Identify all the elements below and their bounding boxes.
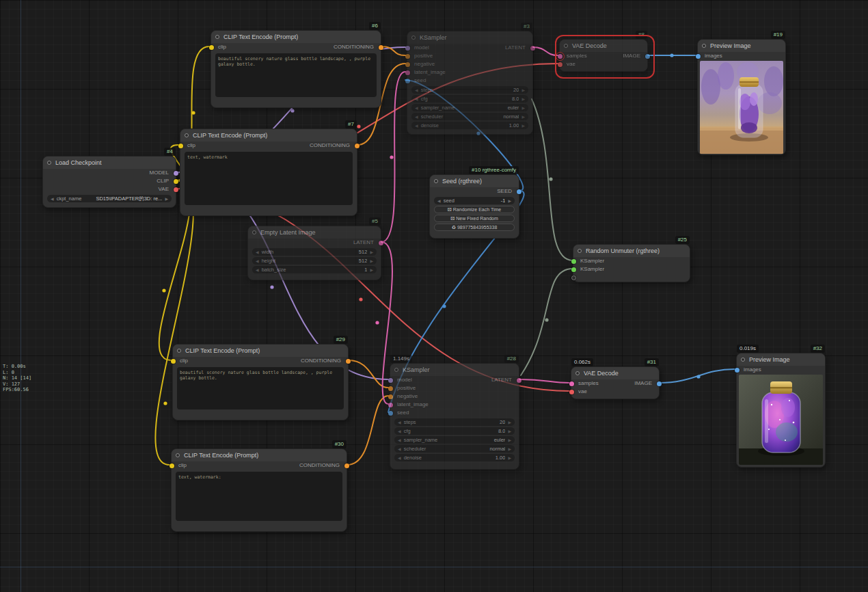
node-empty-latent-image[interactable]: #5 Empty Latent Image LATENT ◀ width 512…	[247, 226, 381, 280]
scheduler-widget[interactable]: ◀ scheduler normal ▶	[394, 445, 515, 453]
vae-output-port[interactable]	[174, 187, 178, 192]
clip-input-port[interactable]	[169, 463, 174, 468]
height-widget[interactable]: ◀ height 512 ▶	[252, 257, 377, 265]
positive-input-port[interactable]	[405, 54, 410, 59]
increment-arrow-icon[interactable]: ▶	[521, 96, 525, 101]
latent-image-input-port[interactable]	[405, 70, 410, 75]
increment-arrow-icon[interactable]: ▶	[508, 446, 511, 451]
sampler-name-widget[interactable]: ◀ sampler_name euler ▶	[411, 104, 528, 111]
node-ksampler-3[interactable]: #3 KSampler model LATENT positive negati…	[407, 31, 533, 135]
decrement-arrow-icon[interactable]: ◀	[415, 114, 418, 119]
node-vae-decode-8[interactable]: #8 VAE Decode samples IMAGE vae	[559, 39, 648, 72]
collapse-dot-icon[interactable]	[215, 35, 219, 39]
decrement-arrow-icon[interactable]: ◀	[398, 429, 401, 433]
node-header[interactable]: Random Unmuter (rgthree)	[573, 245, 690, 257]
decrement-arrow-icon[interactable]: ◀	[398, 420, 401, 425]
increment-arrow-icon[interactable]: ▶	[370, 258, 373, 263]
clip-input-port[interactable]	[178, 144, 183, 148]
node-clip-text-encode-6[interactable]: #6 CLIP Text Encode (Prompt) clip CONDIT…	[211, 30, 381, 108]
increment-arrow-icon[interactable]: ▶	[508, 420, 511, 425]
conditioning-output-port[interactable]	[346, 359, 351, 364]
denoise-widget[interactable]: ◀ denoise 1.00 ▶	[411, 122, 528, 129]
node-header[interactable]: Empty Latent Image	[248, 226, 381, 239]
steps-widget[interactable]: ◀ steps 20 ▶	[394, 418, 515, 426]
increment-arrow-icon[interactable]: ▶	[508, 429, 511, 433]
decrement-arrow-icon[interactable]: ◀	[437, 198, 441, 203]
prev-arrow-icon[interactable]: ◀	[51, 196, 54, 201]
image-output-port[interactable]	[657, 381, 662, 386]
width-widget[interactable]: ◀ width 512 ▶	[252, 248, 377, 256]
preview-image-19-picture[interactable]	[700, 61, 783, 154]
vae-input-port[interactable]	[569, 390, 574, 394]
node-preview-image-19[interactable]: #19 Preview Image images	[697, 39, 786, 155]
increment-arrow-icon[interactable]: ▶	[370, 250, 373, 254]
negative-input-port[interactable]	[405, 62, 410, 67]
increment-arrow-icon[interactable]: ▶	[521, 88, 525, 92]
seed-widget[interactable]: ◀ seed -1 ▶	[434, 197, 515, 204]
empty-unmute-port[interactable]	[571, 275, 576, 280]
increment-arrow-icon[interactable]: ▶	[508, 455, 511, 460]
decrement-arrow-icon[interactable]: ◀	[415, 123, 418, 128]
node-header[interactable]: CLIP Text Encode (Prompt)	[172, 449, 347, 461]
node-vae-decode-31[interactable]: 0.062s #31 VAE Decode samples IMAGE vae	[571, 366, 660, 399]
latent-output-port[interactable]	[517, 378, 521, 383]
decrement-arrow-icon[interactable]: ◀	[256, 258, 259, 263]
images-input-port[interactable]	[696, 54, 701, 59]
decrement-arrow-icon[interactable]: ◀	[256, 250, 259, 254]
node-header[interactable]: Preview Image	[737, 353, 825, 366]
node-random-unmuter[interactable]: #25 Random Unmuter (rgthree) KSampler KS…	[573, 244, 690, 282]
steps-widget[interactable]: ◀ steps 20 ▶	[411, 86, 528, 94]
increment-arrow-icon[interactable]: ▶	[521, 123, 525, 128]
node-seed-rgthree[interactable]: #10 rgthree-comfy Seed (rgthree) SEED ◀ …	[429, 174, 519, 239]
collapse-dot-icon[interactable]	[434, 179, 438, 183]
node-clip-text-encode-7[interactable]: #7 CLIP Text Encode (Prompt) clip CONDIT…	[180, 129, 357, 216]
negative-input-port[interactable]	[388, 394, 393, 399]
samples-input-port[interactable]	[569, 381, 574, 386]
node-header[interactable]: Seed (rgthree)	[430, 175, 519, 187]
node-header[interactable]: CLIP Text Encode (Prompt)	[173, 345, 348, 357]
prompt-textarea[interactable]: beautiful scenery nature glass bottle la…	[177, 367, 344, 409]
positive-input-port[interactable]	[388, 386, 393, 391]
increment-arrow-icon[interactable]: ▶	[521, 114, 525, 119]
sampler-name-widget[interactable]: ◀ sampler_name euler ▶	[394, 436, 515, 444]
decrement-arrow-icon[interactable]: ◀	[415, 88, 418, 92]
randomize-each-time-button[interactable]: ⚄ Randomize Each Time	[434, 206, 515, 213]
prompt-textarea[interactable]: text, watermark:	[176, 472, 342, 521]
unmute-node-port[interactable]	[571, 267, 576, 272]
latent-image-input-port[interactable]	[388, 403, 393, 407]
conditioning-output-port[interactable]	[355, 144, 360, 148]
samples-input-port[interactable]	[558, 54, 562, 59]
collapse-dot-icon[interactable]	[575, 371, 580, 375]
node-header[interactable]: VAE Decode	[571, 367, 659, 379]
node-preview-image-32[interactable]: 0.019s #32 Preview Image images	[736, 353, 826, 468]
model-output-port[interactable]	[174, 171, 178, 176]
node-ksampler-28[interactable]: 1.149s #28 KSampler model LATENT positiv…	[390, 363, 519, 470]
conditioning-output-port[interactable]	[379, 45, 383, 50]
clip-output-port[interactable]	[174, 179, 178, 184]
model-input-port[interactable]	[405, 46, 410, 51]
collapse-dot-icon[interactable]	[564, 44, 568, 48]
decrement-arrow-icon[interactable]: ◀	[398, 438, 401, 442]
node-header[interactable]: Preview Image	[698, 40, 785, 52]
prompt-textarea[interactable]: text, watermark	[185, 152, 353, 205]
decrement-arrow-icon[interactable]: ◀	[398, 455, 401, 460]
cfg-widget[interactable]: ◀ cfg 8.0 ▶	[411, 95, 528, 103]
collapse-dot-icon[interactable]	[411, 36, 416, 40]
node-clip-text-encode-29[interactable]: #29 CLIP Text Encode (Prompt) clip CONDI…	[172, 344, 349, 420]
image-output-port[interactable]	[645, 54, 650, 59]
collapse-dot-icon[interactable]	[176, 453, 180, 457]
increment-arrow-icon[interactable]: ▶	[508, 198, 511, 203]
prompt-textarea[interactable]: beautiful scenery nature glass bottle la…	[215, 53, 377, 97]
seed-input-port[interactable]	[405, 79, 410, 83]
decrement-arrow-icon[interactable]: ◀	[398, 446, 401, 451]
model-input-port[interactable]	[388, 378, 393, 383]
collapse-dot-icon[interactable]	[177, 349, 181, 353]
latent-output-port[interactable]	[530, 46, 535, 51]
collapse-dot-icon[interactable]	[741, 358, 745, 362]
unmute-node-port[interactable]	[571, 259, 576, 264]
seed-output-port[interactable]	[517, 189, 521, 194]
collapse-dot-icon[interactable]	[394, 368, 398, 372]
node-header[interactable]: Load Checkpoint	[43, 157, 176, 169]
new-fixed-random-button[interactable]: ⚄ New Fixed Random	[434, 215, 515, 222]
preview-image-32-picture[interactable]	[739, 375, 823, 465]
